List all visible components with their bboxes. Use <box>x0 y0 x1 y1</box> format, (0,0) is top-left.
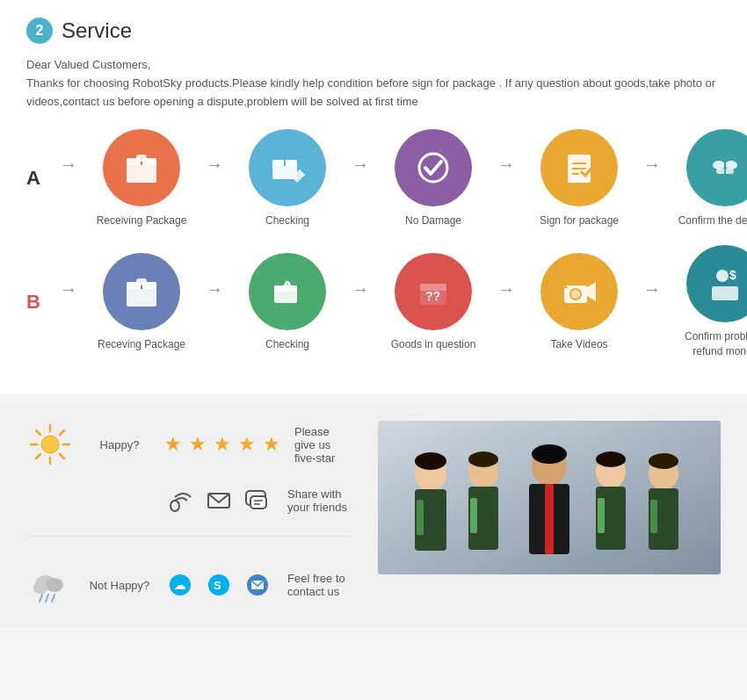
contact-text: Feel free to contact us <box>287 572 352 598</box>
flow-row-a: A → Receiving Package → <box>26 129 721 228</box>
star-5: ★ <box>263 433 280 456</box>
arrow-icon: → <box>60 155 77 175</box>
receving-package-label: Receving Package <box>98 337 185 352</box>
contact-envelope-icon <box>242 569 273 601</box>
row-a-label: A <box>26 167 53 190</box>
svg-rect-3 <box>136 155 147 162</box>
checking-a-label: Checking <box>265 213 309 228</box>
goods-question-icon: ?? <box>395 253 472 330</box>
take-videos-label: Take Videos <box>550 337 607 352</box>
flow-container: A → Receiving Package → <box>26 129 721 359</box>
svg-rect-21 <box>136 278 147 285</box>
step-goods-question: ?? Goods in question <box>376 253 490 352</box>
svg-point-14 <box>713 161 725 170</box>
svg-point-33 <box>716 270 729 282</box>
left-panel: Happy? ★ ★ ★ ★ ★ Please give us five-sta… <box>26 421 352 610</box>
contact-icons: ☁ S <box>164 569 273 601</box>
svg-text:$: $ <box>729 268 736 282</box>
svg-line-43 <box>60 430 64 435</box>
receiving-package-icon <box>103 129 180 206</box>
svg-point-36 <box>41 436 59 453</box>
stars-container: ★ ★ ★ ★ ★ <box>164 433 280 456</box>
phone-icon <box>164 485 196 516</box>
step-checking-b: Checking <box>230 253 344 352</box>
arrow-icon: → <box>643 155 661 175</box>
receiving-package-label: Receiving Package <box>97 213 187 228</box>
svg-point-82 <box>596 451 626 467</box>
confirm-delivery-label: Confirm the delivery <box>678 213 747 228</box>
cloud-rain-icon <box>26 561 75 610</box>
team-photo <box>378 421 721 574</box>
svg-point-79 <box>415 452 446 470</box>
svg-rect-48 <box>250 496 266 509</box>
confirm-problem-icon: $ <box>686 245 747 322</box>
contact-icon-1: ☁ <box>164 569 196 601</box>
arrow-icon: → <box>352 279 369 299</box>
right-panel <box>378 421 721 610</box>
svg-rect-78 <box>650 500 657 533</box>
flow-row-b: B → Receving Package → <box>26 245 721 359</box>
main-container: 2 Service Dear Valued Customers, Thanks … <box>0 0 747 627</box>
take-videos-icon <box>540 253 618 330</box>
step-confirm-problem: $ Confirm problem,refund money <box>668 245 747 359</box>
chat-icon <box>242 485 273 516</box>
svg-rect-66 <box>417 500 424 535</box>
email-icon <box>203 485 235 516</box>
svg-point-80 <box>468 451 498 467</box>
svg-rect-75 <box>598 498 605 533</box>
five-star-text: Please give us five-star <box>294 425 352 465</box>
svg-text:S: S <box>214 579 221 592</box>
svg-point-52 <box>46 578 63 592</box>
sign-package-icon <box>540 129 618 206</box>
star-1: ★ <box>164 433 182 456</box>
svg-line-42 <box>60 454 64 458</box>
intro-text: Thanks for choosing RobotSky products.Pl… <box>26 75 721 112</box>
svg-point-53 <box>33 581 47 594</box>
step-confirm-delivery: Confirm the delivery <box>668 129 747 228</box>
svg-point-30 <box>571 290 580 299</box>
svg-text:??: ?? <box>425 289 440 303</box>
bottom-section: Happy? ★ ★ ★ ★ ★ Please give us five-sta… <box>0 403 747 627</box>
share-row: Share with your friends <box>26 483 352 518</box>
no-damage-label: No Damage <box>405 213 461 228</box>
svg-rect-34 <box>712 286 738 300</box>
happy-row: Happy? ★ ★ ★ ★ ★ Please give us five-sta… <box>26 421 352 469</box>
arrow-icon: → <box>206 155 223 175</box>
svg-line-56 <box>52 595 54 602</box>
row-b-label: B <box>26 291 53 314</box>
divider <box>26 536 352 537</box>
arrow-icon: → <box>497 279 515 299</box>
arrow-icon: → <box>206 279 223 299</box>
arrow-icon: → <box>352 155 369 175</box>
section-header: 2 Service <box>26 18 721 44</box>
step-take-videos: Take Videos <box>522 253 636 352</box>
section-number: 2 <box>26 18 53 44</box>
svg-line-41 <box>36 430 40 435</box>
svg-point-81 <box>532 444 567 464</box>
receving-package-icon <box>103 253 180 330</box>
checking-b-label: Checking <box>265 337 309 352</box>
svg-rect-72 <box>545 484 554 554</box>
arrow-icon: → <box>60 279 77 299</box>
step-no-damage: No Damage <box>376 129 490 228</box>
intro-greeting: Dear Valued Customers, <box>26 58 721 71</box>
arrow-icon: → <box>497 155 515 175</box>
svg-marker-31 <box>587 282 596 301</box>
svg-rect-69 <box>470 498 477 533</box>
star-4: ★ <box>238 433 256 456</box>
not-happy-row: Not Happy? ☁ S <box>26 561 352 610</box>
confirm-problem-label: Confirm problem,refund money <box>685 329 747 359</box>
sign-package-label: Sign for package <box>540 213 619 228</box>
service-section: 2 Service Dear Valued Customers, Thanks … <box>0 0 747 394</box>
sun-icon <box>26 421 75 469</box>
spacer <box>26 483 75 518</box>
step-checking-a: Checking <box>230 129 344 228</box>
checking-b-icon <box>249 253 326 330</box>
goods-question-label: Goods in question <box>391 337 476 352</box>
svg-line-44 <box>36 454 40 458</box>
section-title: Service <box>62 18 132 43</box>
step-receving-package: Receving Package <box>84 253 199 352</box>
checking-a-icon <box>249 129 326 206</box>
share-text: Share with your friends <box>287 487 352 514</box>
share-icons <box>164 485 273 516</box>
